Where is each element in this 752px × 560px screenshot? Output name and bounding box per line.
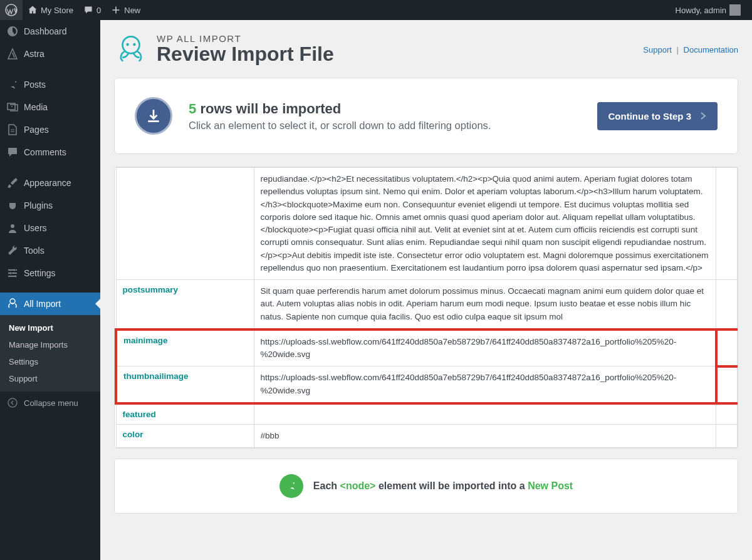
footer-node: <node> <box>340 480 376 491</box>
menu-label: Comments <box>24 147 66 157</box>
header-text: WP ALL IMPORT Review Import File <box>157 33 334 66</box>
collapse-label: Collapse menu <box>24 398 78 408</box>
table-row[interactable]: color #bbb <box>116 424 738 447</box>
toolbar-left: My Store 0 New <box>0 0 145 20</box>
import-summary-text: 5 rows will be imported Click an element… <box>189 101 491 132</box>
submenu-manage-imports[interactable]: Manage Imports <box>0 336 100 353</box>
sidebar-item-comments[interactable]: Comments <box>0 141 100 163</box>
toggle-cell <box>716 280 738 329</box>
wp-logo-menu[interactable] <box>0 0 23 20</box>
sidebar-item-users[interactable]: Users <box>0 217 100 239</box>
menu-label: All Import <box>24 299 61 309</box>
account-link[interactable]: Howdy, admin <box>671 0 746 20</box>
field-key: mainimage <box>123 336 168 345</box>
field-key: color <box>123 430 144 439</box>
table-row-highlighted[interactable]: mainimage https://uploads-ssl.webflow.co… <box>116 329 738 366</box>
field-value: Sit quam quae perferendis harum amet dol… <box>254 280 716 329</box>
svg-point-9 <box>123 36 140 53</box>
submenu-support[interactable]: Support <box>0 370 100 387</box>
table-row-highlighted[interactable]: thumbnailimage https://uploads-ssl.webfl… <box>116 366 738 403</box>
documentation-link[interactable]: Documentation <box>684 45 738 54</box>
continue-button[interactable]: Continue to Step 3 <box>597 102 718 130</box>
new-content-link[interactable]: New <box>106 0 145 20</box>
sidebar-item-all-import[interactable]: All Import <box>0 293 100 315</box>
table-row[interactable]: featured <box>116 403 738 425</box>
admin-sidebar: Dashboard Astra Posts Media Pages Commen… <box>0 20 100 560</box>
field-key: postsummary <box>123 285 179 294</box>
toggle-cell <box>716 329 738 366</box>
header-links: Support | Documentation <box>643 45 738 54</box>
sidebar-item-posts[interactable]: Posts <box>0 73 100 96</box>
sidebar-item-settings[interactable]: Settings <box>0 262 100 284</box>
menu-label: Plugins <box>24 200 53 210</box>
menu-label: Appearance <box>24 178 71 188</box>
pin-icon <box>6 78 19 91</box>
comments-link[interactable]: 0 <box>78 0 106 20</box>
rows-count-title: 5 rows will be imported <box>189 101 491 117</box>
submenu-settings[interactable]: Settings <box>0 353 100 370</box>
row-count-label: rows will be imported <box>200 101 341 117</box>
toggle-cell <box>716 168 738 280</box>
download-icon <box>135 97 172 135</box>
wpallimport-logo-icon <box>114 33 148 66</box>
sidebar-item-media[interactable]: Media <box>0 96 100 118</box>
table-row[interactable]: repudiandae.</p><h2>Et necessitatibus vo… <box>116 168 738 280</box>
support-link[interactable]: Support <box>643 45 672 54</box>
toggle-cell <box>716 366 738 403</box>
sidebar-item-appearance[interactable]: Appearance <box>0 172 100 194</box>
pin-circle-icon <box>279 474 303 498</box>
page-header: WP ALL IMPORT Review Import File Support… <box>114 33 738 66</box>
sidebar-item-dashboard[interactable]: Dashboard <box>0 20 100 43</box>
svg-point-10 <box>126 43 129 46</box>
menu-label: Settings <box>24 268 56 278</box>
page-title: Review Import File <box>157 43 334 66</box>
import-summary-box: 5 rows will be imported Click an element… <box>114 78 738 154</box>
field-value: https://uploads-ssl.webflow.com/641ff240… <box>254 366 716 403</box>
footer-middle: element will be imported into a <box>379 480 525 491</box>
menu-label: Tools <box>24 246 44 256</box>
menu-label: Dashboard <box>24 26 67 36</box>
main-content: WP ALL IMPORT Review Import File Support… <box>100 20 752 560</box>
footer-newpost: New Post <box>528 480 573 491</box>
collapse-icon <box>6 397 19 409</box>
sidebar-item-astra[interactable]: Astra <box>0 43 100 65</box>
field-key: featured <box>123 410 156 419</box>
astra-icon <box>6 48 19 60</box>
submenu-new-import[interactable]: New Import <box>0 319 100 336</box>
footer-each: Each <box>313 480 337 491</box>
sidebar-item-tools[interactable]: Tools <box>0 239 100 262</box>
svg-point-6 <box>15 276 17 277</box>
plug-icon <box>6 199 19 212</box>
media-icon <box>6 101 19 113</box>
user-icon <box>6 222 19 234</box>
import-icon <box>6 298 19 310</box>
sidebar-item-pages[interactable]: Pages <box>0 118 100 141</box>
dashboard-icon <box>6 25 19 38</box>
menu-label: Media <box>24 102 48 112</box>
comments-icon <box>6 146 19 158</box>
toggle-cell <box>716 403 738 425</box>
page-icon <box>6 123 19 136</box>
continue-label: Continue to Step 3 <box>608 111 692 122</box>
chevron-right-icon <box>700 111 706 120</box>
collapse-menu[interactable]: Collapse menu <box>0 391 100 414</box>
field-key: thumbnailimage <box>123 371 189 381</box>
sliders-icon <box>6 267 19 279</box>
table-row[interactable]: postsummary Sit quam quae perferendis ha… <box>116 280 738 329</box>
svg-point-3 <box>11 224 14 228</box>
import-subtitle: Click an element to select it, or scroll… <box>189 120 491 132</box>
all-import-submenu: New Import Manage Imports Settings Suppo… <box>0 315 100 391</box>
field-value: repudiandae.</p><h2>Et necessitatibus vo… <box>254 168 716 280</box>
avatar <box>729 4 741 16</box>
sidebar-item-plugins[interactable]: Plugins <box>0 194 100 217</box>
admin-toolbar: My Store 0 New Howdy, admin <box>0 0 752 20</box>
toolbar-right: Howdy, admin <box>671 0 752 20</box>
menu-label: Posts <box>24 80 46 90</box>
comment-icon <box>83 5 93 15</box>
new-label: New <box>124 6 140 15</box>
site-name-link[interactable]: My Store <box>23 0 78 20</box>
link-separator: | <box>677 45 679 54</box>
brush-icon <box>6 177 19 189</box>
svg-point-5 <box>10 272 12 274</box>
row-count: 5 <box>189 101 196 117</box>
